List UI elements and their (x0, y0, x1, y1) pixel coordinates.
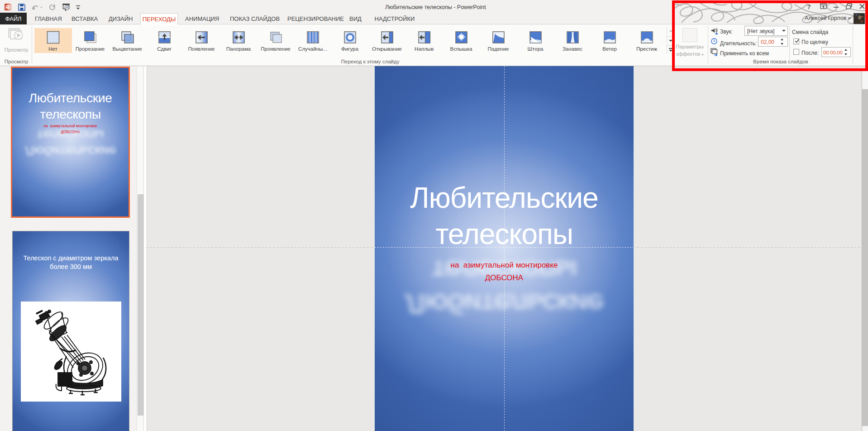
svg-text:?: ? (807, 3, 811, 10)
svg-text:P: P (5, 5, 9, 10)
